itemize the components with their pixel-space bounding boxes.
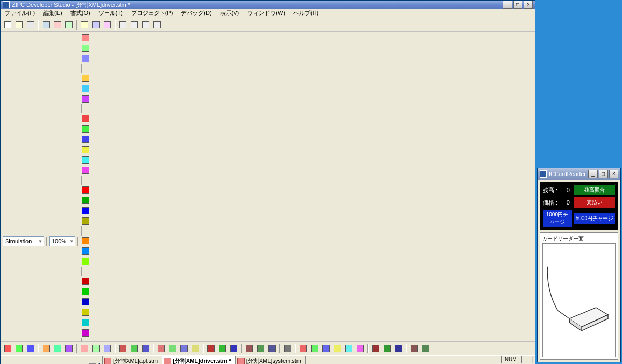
- card-close-button[interactable]: ×: [609, 170, 618, 178]
- toolbar-button[interactable]: [179, 343, 189, 354]
- toolbar-button[interactable]: [309, 343, 320, 354]
- toolbar-button[interactable]: [80, 246, 91, 256]
- toolbar-button[interactable]: [355, 343, 365, 354]
- toolbar-button[interactable]: [80, 328, 91, 338]
- toolbar-button[interactable]: [79, 20, 90, 30]
- toolbar-button[interactable]: [52, 343, 63, 354]
- toolbar-button[interactable]: [80, 124, 91, 134]
- doc-tab[interactable]: [分割XML]system.stm: [235, 356, 306, 364]
- toolbar-button[interactable]: [267, 343, 277, 354]
- toolbar-button[interactable]: [25, 20, 36, 30]
- toolbar-button[interactable]: [190, 343, 201, 354]
- toolbar-button[interactable]: [118, 343, 128, 354]
- card-titlebar[interactable]: ICCardReader _ □ ×: [538, 168, 620, 180]
- toolbar-button[interactable]: [129, 343, 139, 354]
- toolbar-button[interactable]: [102, 343, 112, 354]
- toolbar-button[interactable]: [344, 343, 354, 354]
- toolbar-button[interactable]: [80, 216, 91, 226]
- card-title: ICCardReader: [549, 171, 588, 177]
- toolbar-button[interactable]: [156, 343, 166, 354]
- menu-item[interactable]: ウィンドウ(W): [245, 9, 287, 18]
- toolbar-button[interactable]: [41, 343, 51, 354]
- toolbar-button[interactable]: [64, 343, 74, 354]
- toolbar-button[interactable]: [80, 73, 91, 83]
- toolbar-button[interactable]: [321, 343, 331, 354]
- close-button[interactable]: ×: [524, 1, 533, 9]
- toolbar-button[interactable]: [14, 20, 24, 30]
- toolbar-button[interactable]: [140, 343, 151, 354]
- toolbar-button[interactable]: [79, 343, 90, 354]
- menu-item[interactable]: 書式(O): [68, 9, 92, 18]
- toolbar-button[interactable]: [217, 343, 228, 354]
- toolbar-button[interactable]: [371, 343, 381, 354]
- toolbar-button[interactable]: [167, 343, 178, 354]
- toolbar-button[interactable]: [80, 43, 91, 53]
- menu-item[interactable]: ツール(T): [96, 9, 125, 18]
- pay-button[interactable]: 支払い: [574, 197, 615, 208]
- toolbar-button[interactable]: [129, 20, 139, 30]
- menu-item[interactable]: ヘルプ(H): [291, 9, 320, 18]
- toolbar-button[interactable]: [91, 20, 101, 30]
- toolbar-button[interactable]: [332, 343, 343, 354]
- menu-item[interactable]: ファイル(F): [3, 9, 37, 18]
- titlebar[interactable]: ZIPC Developer Studio - [分割XML]driver.st…: [1, 1, 535, 9]
- menu-item[interactable]: プロジェクト(P): [129, 9, 175, 18]
- toolbar-button[interactable]: [3, 343, 13, 354]
- toolbar-button[interactable]: [420, 343, 431, 354]
- toolbar-button[interactable]: [80, 256, 91, 267]
- toolbar-button[interactable]: [80, 113, 91, 124]
- toolbar-button[interactable]: [282, 343, 293, 354]
- maximize-button[interactable]: □: [513, 1, 522, 9]
- card-min-button[interactable]: _: [588, 170, 598, 178]
- charge-1000-button[interactable]: 1000円チャージ: [543, 210, 572, 227]
- toolbar-button[interactable]: [206, 343, 216, 354]
- toolbar-button[interactable]: [80, 286, 91, 297]
- menu-item[interactable]: 編集(E): [41, 9, 64, 18]
- doc-tab[interactable]: [分割XML]driver.stm *: [162, 356, 235, 364]
- toolbar-button[interactable]: [80, 165, 91, 176]
- toolbar-button[interactable]: [80, 317, 91, 328]
- card-max-button[interactable]: □: [599, 170, 608, 178]
- toolbar-button[interactable]: [80, 33, 91, 43]
- toolbar-button[interactable]: [152, 20, 162, 30]
- simulation-combo[interactable]: Simulation: [3, 236, 44, 246]
- toolbar-button[interactable]: [52, 20, 63, 30]
- toolbar-button[interactable]: [80, 185, 91, 195]
- charge-5000-button[interactable]: 5000円チャージ: [574, 213, 615, 224]
- toolbar-button[interactable]: [80, 53, 91, 64]
- toolbar-button[interactable]: [382, 343, 392, 354]
- toolbar-button[interactable]: [80, 155, 91, 165]
- toolbar-button[interactable]: [25, 343, 36, 354]
- toolbar-button[interactable]: [140, 20, 151, 30]
- toolbar-button[interactable]: [393, 343, 404, 354]
- toolbar-button[interactable]: [14, 343, 24, 354]
- toolbar-button[interactable]: [80, 83, 91, 94]
- toolbar-button[interactable]: [80, 206, 91, 216]
- toolbar-button[interactable]: [229, 343, 239, 354]
- toolbar-button[interactable]: [80, 195, 91, 206]
- toolbar-button[interactable]: [80, 307, 91, 317]
- toolbar-button[interactable]: [3, 20, 13, 30]
- toolbar-button[interactable]: [80, 94, 91, 104]
- balance-check-button[interactable]: 残高照合: [574, 185, 615, 195]
- toolbar-button[interactable]: [80, 144, 91, 155]
- reader-canvas[interactable]: [542, 243, 616, 357]
- toolbar-button[interactable]: [80, 134, 91, 144]
- menu-item[interactable]: 表示(V): [218, 9, 242, 18]
- toolbar-button[interactable]: [41, 20, 51, 30]
- toolbar-button[interactable]: [80, 276, 91, 286]
- minimize-button[interactable]: _: [503, 1, 512, 9]
- zoom-combo[interactable]: 100%: [49, 236, 75, 246]
- doc-tab[interactable]: [分割XML]apl.stm: [102, 356, 162, 364]
- toolbar-button[interactable]: [256, 343, 266, 354]
- toolbar-button[interactable]: [118, 20, 128, 30]
- toolbar-button[interactable]: [80, 297, 91, 307]
- toolbar-button[interactable]: [64, 20, 74, 30]
- toolbar-button[interactable]: [80, 236, 91, 246]
- menu-item[interactable]: デバッグ(D): [179, 9, 214, 18]
- toolbar-button[interactable]: [102, 20, 112, 30]
- toolbar-button[interactable]: [91, 343, 101, 354]
- toolbar-button[interactable]: [244, 343, 255, 354]
- toolbar-button[interactable]: [409, 343, 419, 354]
- toolbar-button[interactable]: [298, 343, 308, 354]
